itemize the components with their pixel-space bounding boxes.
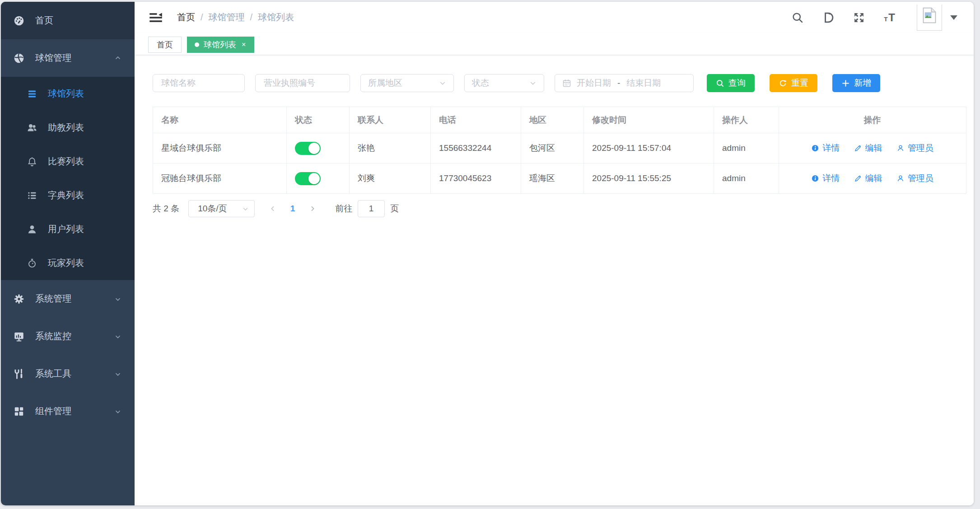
docs-icon[interactable]: [822, 11, 835, 24]
breadcrumb-separator: /: [201, 12, 203, 23]
monitor-icon: [13, 331, 25, 342]
date-separator: -: [617, 78, 620, 88]
add-button[interactable]: 新增: [832, 74, 880, 92]
search-icon[interactable]: [791, 11, 804, 24]
page-number[interactable]: 1: [283, 204, 303, 214]
detail-link[interactable]: 详情: [811, 173, 840, 184]
page-content: 所属地区 状态 开始日期 - 结束日期 查询: [135, 55, 974, 505]
sidebar-item-label: 系统管理: [35, 293, 71, 305]
fullscreen-icon[interactable]: [853, 11, 865, 24]
sidebar-item-user-list[interactable]: 用户列表: [1, 212, 135, 246]
venue-name-input[interactable]: [160, 78, 237, 89]
person-icon: [896, 144, 905, 152]
font-size-icon[interactable]: TT: [883, 11, 899, 24]
refresh-icon: [779, 79, 787, 88]
dict-list-icon: [27, 190, 37, 201]
sidebar-collapse-button[interactable]: [148, 11, 163, 24]
sidebar-item-player-list[interactable]: 玩家列表: [1, 246, 135, 280]
cell-district: 包河区: [521, 133, 584, 163]
main-area: 首页 / 球馆管理 / 球馆列表 TT: [135, 2, 974, 505]
status-toggle[interactable]: [295, 142, 321, 155]
tools-icon: [13, 368, 25, 380]
sidebar-item-system-monitor[interactable]: 系统监控: [1, 318, 135, 355]
search-icon: [716, 79, 724, 88]
status-select[interactable]: 状态: [464, 74, 544, 92]
plus-icon: [841, 79, 850, 88]
sidebar-item-dict-list[interactable]: 字典列表: [1, 178, 135, 212]
col-name: 名称: [153, 107, 287, 133]
tab-home[interactable]: 首页: [148, 37, 182, 53]
chevron-down-icon: [114, 295, 122, 303]
status-placeholder: 状态: [472, 77, 489, 89]
info-icon: [811, 174, 819, 182]
person-icon: [896, 174, 905, 182]
prev-page-button[interactable]: [263, 205, 283, 212]
breadcrumb-home[interactable]: 首页: [177, 11, 195, 23]
venue-table: 名称 状态 联系人 电话 地区 修改时间 操作人 操作 星域台球俱乐部: [153, 107, 966, 194]
table-row: 星域台球俱乐部 张艳 15566332244 包河区 2025-09-11 15…: [153, 133, 966, 163]
tab-venue-list[interactable]: 球馆列表 ×: [187, 37, 254, 53]
breadcrumb: 首页 / 球馆管理 / 球馆列表: [177, 11, 294, 23]
chevron-down-icon: [114, 332, 122, 341]
page-unit-label: 页: [390, 203, 399, 215]
list-icon: [27, 89, 37, 99]
sidebar: 首页 球馆管理 球馆列表 助教列表: [1, 2, 135, 505]
chevron-down-icon: [114, 370, 122, 378]
col-operator: 操作人: [714, 107, 779, 133]
region-select[interactable]: 所属地区: [360, 74, 454, 92]
chevron-left-icon: [269, 205, 276, 212]
cell-operator: admin: [714, 133, 779, 163]
edit-link[interactable]: 编辑: [854, 173, 882, 184]
sidebar-item-venue-management[interactable]: 球馆管理: [1, 39, 135, 77]
detail-link[interactable]: 详情: [811, 142, 840, 154]
cell-status: [287, 163, 350, 194]
chevron-right-icon: [309, 205, 316, 212]
sidebar-item-label: 用户列表: [48, 223, 84, 235]
sidebar-item-component-management[interactable]: 组件管理: [1, 392, 135, 430]
sidebar-item-match-list[interactable]: 比赛列表: [1, 145, 135, 178]
sidebar-item-venue-list[interactable]: 球馆列表: [1, 77, 135, 111]
license-number-field: [255, 74, 350, 92]
license-number-input[interactable]: [263, 78, 342, 89]
top-bar: 首页 / 球馆管理 / 球馆列表 TT: [135, 2, 974, 33]
cell-modified: 2025-09-11 15:57:04: [584, 133, 714, 163]
date-end-placeholder: 结束日期: [626, 77, 661, 89]
cell-phone: 17730045623: [431, 163, 521, 194]
page-size-select[interactable]: 10条/页: [188, 200, 255, 217]
filter-row: 所属地区 状态 开始日期 - 结束日期 查询: [153, 74, 966, 92]
next-page-button[interactable]: [303, 205, 322, 212]
stopwatch-icon: [27, 258, 37, 269]
close-icon[interactable]: ×: [242, 41, 246, 48]
col-phone: 电话: [431, 107, 521, 133]
cell-modified: 2025-09-11 15:55:25: [584, 163, 714, 194]
people-icon: [27, 122, 37, 133]
venue-name-field: [153, 74, 245, 92]
cell-name: 冠驰台球俱乐部: [153, 163, 287, 194]
edit-link[interactable]: 编辑: [854, 142, 882, 154]
status-toggle[interactable]: [295, 172, 321, 185]
sidebar-item-label: 系统工具: [35, 368, 71, 380]
breadcrumb-venue-list: 球馆列表: [258, 11, 294, 23]
date-range-picker[interactable]: 开始日期 - 结束日期: [555, 74, 694, 92]
admin-link[interactable]: 管理员: [896, 173, 933, 184]
goto-label: 前往: [335, 203, 352, 215]
sidebar-item-system-tools[interactable]: 系统工具: [1, 355, 135, 392]
search-button[interactable]: 查询: [707, 74, 755, 92]
sidebar-item-system-management[interactable]: 系统管理: [1, 280, 135, 318]
chevron-down-icon: [242, 205, 249, 212]
chevron-up-icon: [114, 54, 122, 62]
edit-pencil-icon: [854, 174, 862, 182]
dashboard-icon: [13, 15, 25, 27]
info-icon: [811, 144, 819, 152]
goto-page-input[interactable]: [358, 200, 385, 217]
reset-button[interactable]: 重置: [770, 74, 817, 92]
breadcrumb-venue-management: 球馆管理: [209, 11, 245, 23]
col-status: 状态: [287, 107, 350, 133]
breadcrumb-separator: /: [250, 12, 253, 23]
sidebar-item-home[interactable]: 首页: [1, 2, 135, 39]
pagination: 共 2 条 10条/页 1 前往 页: [153, 200, 966, 217]
user-avatar-menu[interactable]: [917, 5, 957, 31]
svg-text:T: T: [884, 15, 888, 22]
admin-link[interactable]: 管理员: [896, 142, 933, 154]
sidebar-item-assistant-list[interactable]: 助教列表: [1, 111, 135, 145]
